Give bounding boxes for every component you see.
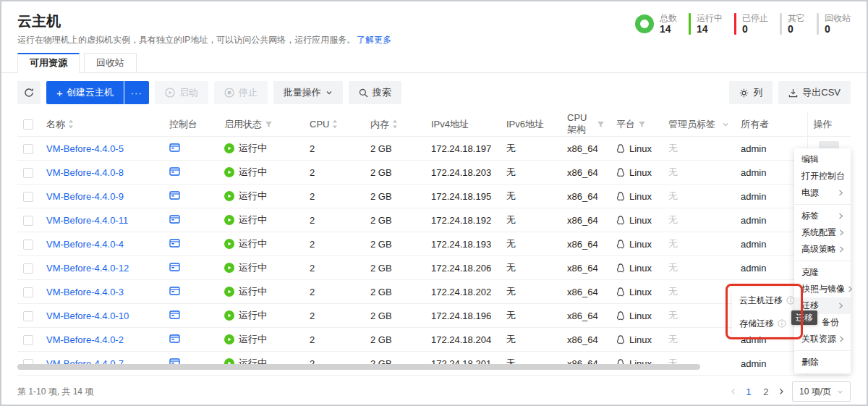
vm-name-link[interactable]: VM-Before-4.4.0-11	[46, 215, 128, 226]
menu-item-system-config[interactable]: 系统配置	[794, 224, 851, 241]
sort-icon[interactable]	[68, 119, 74, 129]
cell-admin-tag: 无	[663, 208, 735, 232]
console-icon[interactable]	[169, 214, 180, 224]
cell-ipv4: 172.24.18.196	[425, 304, 501, 328]
cell-status: 运行中	[218, 328, 304, 352]
table-row: VM-Before-4.4.0-9运行中22 GB172.24.18.195无x…	[17, 185, 851, 208]
refresh-button[interactable]	[17, 81, 41, 104]
menu-item-power[interactable]: 电源	[794, 185, 851, 201]
cell-admin-tag: 无	[663, 304, 735, 328]
menu-item-snapshot-image[interactable]: 快照与镜像	[794, 281, 851, 297]
learn-more-link[interactable]: 了解更多	[357, 35, 391, 45]
column-label: 平台	[616, 118, 635, 131]
column-header-ipv4: IPv4地址	[425, 112, 501, 137]
console-icon[interactable]	[169, 166, 180, 177]
tab-available-resources[interactable]: 可用资源	[17, 53, 80, 73]
table-row: VM-Before-4.4.0-8运行中22 GB172.24.18.203无x…	[17, 161, 851, 185]
row-checkbox[interactable]	[23, 144, 33, 154]
vm-name-link[interactable]: VM-Before-4.4.0-12	[46, 263, 129, 274]
stat-value: 0	[825, 24, 851, 35]
create-more-button[interactable]: ···	[124, 81, 149, 104]
menu-item-advanced-policy[interactable]: 高级策略	[794, 241, 851, 258]
row-checkbox[interactable]	[23, 335, 33, 345]
console-icon[interactable]	[169, 262, 180, 272]
filter-icon[interactable]	[638, 121, 646, 128]
console-icon[interactable]	[169, 190, 180, 200]
page-number-2[interactable]: 2	[761, 386, 771, 397]
console-icon[interactable]	[169, 286, 180, 296]
page-size-select[interactable]: 10 项/页	[792, 381, 851, 402]
cell-arch: x86_64	[561, 161, 610, 185]
cell-cpu: 2	[304, 232, 365, 256]
linux-penguin-icon	[616, 144, 625, 153]
row-checkbox[interactable]	[23, 240, 33, 250]
export-csv-button[interactable]: 导出CSV	[778, 81, 851, 104]
vm-name-link[interactable]: VM-Before-4.4.0-5	[46, 143, 124, 154]
status-text: 运行中	[239, 333, 267, 346]
chevron-right-icon	[839, 229, 844, 236]
vm-name-link[interactable]: VM-Before-4.4.0-8	[46, 167, 124, 178]
prev-page-icon[interactable]	[730, 388, 736, 395]
stat-label: 已停止	[742, 13, 768, 24]
column-header-cpu: CPU	[304, 112, 365, 137]
console-icon[interactable]	[169, 310, 180, 320]
sort-icon[interactable]	[332, 119, 338, 129]
column-label: 启用状态	[224, 118, 262, 131]
select-all-checkbox[interactable]	[23, 119, 33, 130]
row-checkbox[interactable]	[23, 168, 33, 178]
filter-icon[interactable]	[597, 121, 605, 128]
cell-arch: x86_64	[561, 137, 610, 161]
cell-status: 运行中	[218, 137, 304, 161]
filter-icon[interactable]	[265, 121, 273, 128]
menu-item-related-resources[interactable]: 关联资源	[794, 331, 851, 347]
menu-item-edit[interactable]: 编辑	[794, 151, 851, 168]
cell-console	[163, 161, 218, 185]
columns-button[interactable]: 列	[729, 81, 773, 104]
vm-name-link[interactable]: VM-Before-4.4.0-3	[46, 287, 124, 297]
stop-button[interactable]: 停止	[214, 81, 268, 104]
row-checkbox[interactable]	[23, 287, 33, 297]
cell-memory: 2 GB	[365, 328, 425, 352]
cell-ipv6: 无	[501, 161, 561, 185]
submenu-item-vm-migrate[interactable]: 云主机迁移	[732, 289, 797, 312]
row-checkbox[interactable]	[23, 311, 33, 321]
cell-platform: Linux	[610, 256, 663, 280]
vm-name-link[interactable]: VM-Before-4.4.0-9	[46, 191, 124, 202]
cell-arch: x86_64	[561, 185, 610, 208]
horizontal-scrollbar-thumb[interactable]	[17, 364, 700, 370]
cell-console	[163, 256, 218, 280]
menu-item-tag[interactable]: 标签	[794, 208, 851, 224]
cell-ipv4: 172.24.18.195	[425, 185, 501, 208]
vm-name-link[interactable]: VM-Before-4.4.0-2	[46, 334, 124, 345]
chevron-down-icon[interactable]	[722, 121, 729, 128]
menu-item-delete[interactable]: 删除	[794, 354, 851, 371]
cell-platform: Linux	[610, 161, 663, 185]
next-page-icon[interactable]	[778, 388, 785, 395]
search-icon	[359, 88, 368, 98]
menu-item-open-console[interactable]: 打开控制台	[794, 168, 851, 185]
submenu-item-storage-migrate[interactable]: 存储迁移	[732, 312, 797, 335]
create-vm-button[interactable]: +创建云主机	[46, 81, 124, 104]
cell-platform: Linux	[610, 208, 663, 232]
vm-name-link[interactable]: VM-Before-4.4.0-10	[46, 310, 129, 321]
cell-console	[163, 137, 218, 161]
vm-name-link[interactable]: VM-Before-4.4.0-4	[46, 239, 124, 250]
row-checkbox[interactable]	[23, 216, 33, 226]
sort-icon[interactable]	[392, 119, 398, 129]
page-number-1[interactable]: 1	[744, 386, 754, 397]
search-button[interactable]: 搜索	[349, 81, 401, 104]
row-checkbox[interactable]	[23, 263, 33, 274]
console-icon[interactable]	[169, 238, 180, 248]
platform-text: Linux	[629, 310, 652, 321]
console-icon[interactable]	[169, 143, 180, 153]
row-checkbox[interactable]	[23, 192, 33, 202]
cell-platform: Linux	[610, 328, 663, 352]
play-circle-icon	[165, 88, 175, 98]
menu-item-clone[interactable]: 克隆	[794, 264, 851, 281]
start-button[interactable]: 启动	[155, 81, 208, 104]
cell-ipv4: 172.24.18.193	[425, 232, 501, 256]
batch-actions-button[interactable]: 批量操作	[273, 81, 343, 104]
console-icon[interactable]	[169, 334, 180, 344]
menu-item-label: 系统配置	[801, 224, 836, 241]
tab-recycle-bin[interactable]: 回收站	[84, 53, 137, 73]
